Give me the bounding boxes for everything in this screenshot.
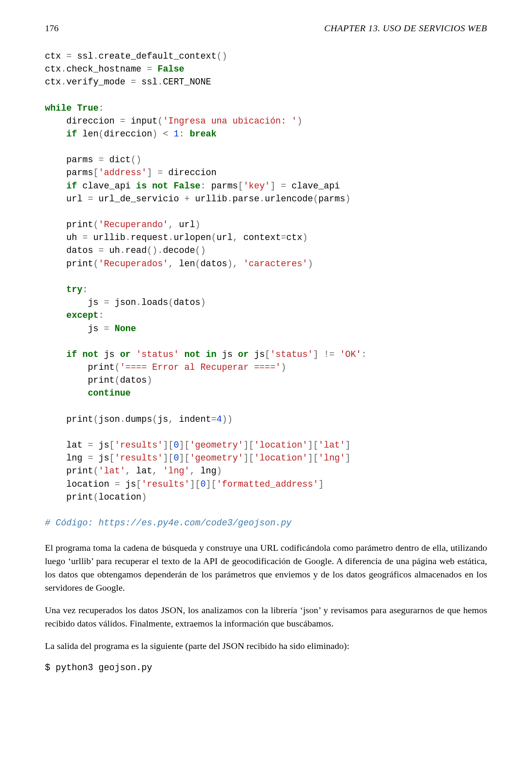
body-paragraph: Una vez recuperados los datos JSON, los … (45, 604, 487, 630)
body-paragraph: El programa toma la cadena de búsqueda y… (45, 541, 487, 594)
chapter-title: CHAPTER 13. USO DE SERVICIOS WEB (324, 22, 487, 35)
page-number: 176 (45, 22, 59, 35)
code-listing: ctx = ssl.create_default_context() ctx.c… (45, 50, 487, 530)
page: 176 CHAPTER 13. USO DE SERVICIOS WEB ctx… (0, 0, 532, 770)
running-head: 176 CHAPTER 13. USO DE SERVICIOS WEB (45, 22, 487, 35)
shell-output: $ python3 geojson.py (45, 661, 487, 674)
body-paragraph: La salida del programa es la siguiente (… (45, 639, 487, 653)
